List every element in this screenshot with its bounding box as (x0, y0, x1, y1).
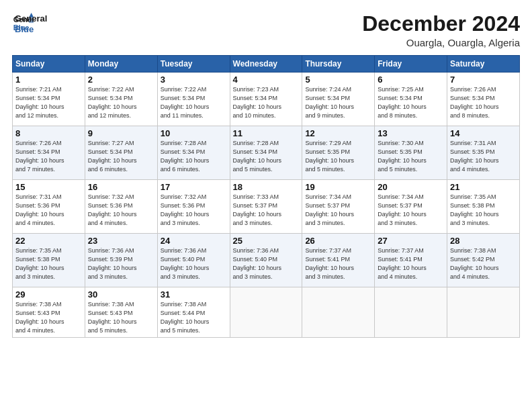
table-row: 21Sunrise: 7:35 AMSunset: 5:38 PMDayligh… (447, 180, 520, 234)
day-info: Sunrise: 7:28 AMSunset: 5:34 PMDaylight:… (233, 140, 282, 173)
header-friday: Friday (375, 56, 447, 73)
day-number: 25 (233, 236, 300, 246)
day-info: Sunrise: 7:36 AMSunset: 5:39 PMDaylight:… (88, 247, 137, 280)
day-number: 5 (305, 75, 371, 85)
day-number: 28 (450, 236, 517, 246)
day-number: 17 (161, 182, 227, 192)
day-number: 16 (88, 182, 154, 192)
day-number: 10 (161, 128, 227, 138)
logo: General Blue General Blue (12, 12, 47, 34)
logo-line1: General (15, 13, 47, 24)
day-info: Sunrise: 7:25 AMSunset: 5:34 PMDaylight:… (378, 86, 427, 119)
day-number: 18 (233, 182, 300, 192)
day-number: 30 (88, 289, 154, 300)
day-number: 2 (88, 75, 154, 85)
table-row: 16Sunrise: 7:32 AMSunset: 5:36 PMDayligh… (85, 180, 157, 234)
day-info: Sunrise: 7:30 AMSunset: 5:35 PMDaylight:… (378, 140, 427, 173)
table-row: 25Sunrise: 7:36 AMSunset: 5:40 PMDayligh… (230, 234, 302, 287)
table-row (302, 287, 375, 338)
day-info: Sunrise: 7:38 AMSunset: 5:42 PMDaylight:… (450, 247, 499, 280)
day-info: Sunrise: 7:35 AMSunset: 5:38 PMDaylight:… (450, 193, 499, 226)
table-row: 23Sunrise: 7:36 AMSunset: 5:39 PMDayligh… (85, 234, 157, 287)
day-info: Sunrise: 7:31 AMSunset: 5:35 PMDaylight:… (450, 140, 499, 173)
table-row: 7Sunrise: 7:26 AMSunset: 5:34 PMDaylight… (447, 73, 520, 126)
header-wednesday: Wednesday (230, 56, 302, 73)
day-number: 15 (15, 182, 82, 192)
table-row: 1Sunrise: 7:21 AMSunset: 5:34 PMDaylight… (13, 73, 85, 126)
table-row: 17Sunrise: 7:32 AMSunset: 5:36 PMDayligh… (157, 180, 230, 234)
header-thursday: Thursday (302, 56, 375, 73)
header: General Blue General Blue December 2024 … (12, 12, 520, 48)
table-row (375, 287, 447, 338)
table-row (447, 287, 520, 338)
day-number: 21 (450, 182, 517, 192)
table-row: 15Sunrise: 7:31 AMSunset: 5:36 PMDayligh… (13, 180, 85, 234)
table-row: 30Sunrise: 7:38 AMSunset: 5:43 PMDayligh… (85, 287, 157, 338)
day-info: Sunrise: 7:23 AMSunset: 5:34 PMDaylight:… (233, 86, 282, 119)
table-row: 13Sunrise: 7:30 AMSunset: 5:35 PMDayligh… (375, 126, 447, 180)
day-info: Sunrise: 7:36 AMSunset: 5:40 PMDaylight:… (161, 247, 210, 280)
day-number: 11 (233, 128, 300, 138)
day-info: Sunrise: 7:34 AMSunset: 5:37 PMDaylight:… (305, 193, 354, 226)
day-number: 29 (15, 289, 82, 300)
day-info: Sunrise: 7:35 AMSunset: 5:38 PMDaylight:… (15, 247, 64, 280)
day-info: Sunrise: 7:27 AMSunset: 5:34 PMDaylight:… (88, 140, 137, 173)
day-info: Sunrise: 7:38 AMSunset: 5:43 PMDaylight:… (88, 301, 137, 334)
logo-line2: Blue (15, 24, 47, 35)
location-title: Ouargla, Ouargla, Algeria (362, 37, 520, 48)
day-number: 6 (378, 75, 444, 85)
day-number: 3 (161, 75, 227, 85)
day-number: 27 (378, 236, 444, 246)
day-number: 20 (378, 182, 444, 192)
header-monday: Monday (85, 56, 157, 73)
table-row: 8Sunrise: 7:26 AMSunset: 5:34 PMDaylight… (13, 126, 85, 180)
table-row: 26Sunrise: 7:37 AMSunset: 5:41 PMDayligh… (302, 234, 375, 287)
table-row: 19Sunrise: 7:34 AMSunset: 5:37 PMDayligh… (302, 180, 375, 234)
day-number: 19 (305, 182, 371, 192)
day-info: Sunrise: 7:37 AMSunset: 5:41 PMDaylight:… (378, 247, 427, 280)
day-info: Sunrise: 7:22 AMSunset: 5:34 PMDaylight:… (161, 86, 210, 119)
day-info: Sunrise: 7:37 AMSunset: 5:41 PMDaylight:… (305, 247, 354, 280)
day-number: 22 (15, 236, 82, 246)
day-number: 24 (161, 236, 227, 246)
day-number: 7 (450, 75, 517, 85)
day-info: Sunrise: 7:22 AMSunset: 5:34 PMDaylight:… (88, 86, 137, 119)
table-row: 18Sunrise: 7:33 AMSunset: 5:37 PMDayligh… (230, 180, 302, 234)
calendar-table: Sunday Monday Tuesday Wednesday Thursday… (12, 55, 520, 338)
table-row: 22Sunrise: 7:35 AMSunset: 5:38 PMDayligh… (13, 234, 85, 287)
header-tuesday: Tuesday (157, 56, 230, 73)
day-info: Sunrise: 7:33 AMSunset: 5:37 PMDaylight:… (233, 193, 282, 226)
table-row: 11Sunrise: 7:28 AMSunset: 5:34 PMDayligh… (230, 126, 302, 180)
day-number: 1 (15, 75, 82, 85)
day-info: Sunrise: 7:28 AMSunset: 5:34 PMDaylight:… (161, 140, 210, 173)
day-info: Sunrise: 7:24 AMSunset: 5:34 PMDaylight:… (305, 86, 354, 119)
table-row: 31Sunrise: 7:38 AMSunset: 5:44 PMDayligh… (157, 287, 230, 338)
day-info: Sunrise: 7:32 AMSunset: 5:36 PMDaylight:… (88, 193, 137, 226)
table-row: 9Sunrise: 7:27 AMSunset: 5:34 PMDaylight… (85, 126, 157, 180)
day-number: 9 (88, 128, 154, 138)
header-saturday: Saturday (447, 56, 520, 73)
day-info: Sunrise: 7:38 AMSunset: 5:43 PMDaylight:… (15, 301, 64, 334)
table-row: 28Sunrise: 7:38 AMSunset: 5:42 PMDayligh… (447, 234, 520, 287)
table-row: 6Sunrise: 7:25 AMSunset: 5:34 PMDaylight… (375, 73, 447, 126)
day-info: Sunrise: 7:34 AMSunset: 5:37 PMDaylight:… (378, 193, 427, 226)
header-sunday: Sunday (13, 56, 85, 73)
day-info: Sunrise: 7:36 AMSunset: 5:40 PMDaylight:… (233, 247, 282, 280)
day-info: Sunrise: 7:26 AMSunset: 5:34 PMDaylight:… (15, 140, 64, 173)
month-title: December 2024 (362, 12, 520, 36)
day-info: Sunrise: 7:29 AMSunset: 5:35 PMDaylight:… (305, 140, 354, 173)
page: General Blue General Blue December 2024 … (0, 0, 532, 411)
day-info: Sunrise: 7:31 AMSunset: 5:36 PMDaylight:… (15, 193, 64, 226)
day-number: 12 (305, 128, 371, 138)
day-number: 13 (378, 128, 444, 138)
table-row: 24Sunrise: 7:36 AMSunset: 5:40 PMDayligh… (157, 234, 230, 287)
day-info: Sunrise: 7:21 AMSunset: 5:34 PMDaylight:… (15, 86, 64, 119)
day-number: 8 (15, 128, 82, 138)
table-row (230, 287, 302, 338)
table-row: 2Sunrise: 7:22 AMSunset: 5:34 PMDaylight… (85, 73, 157, 126)
table-row: 27Sunrise: 7:37 AMSunset: 5:41 PMDayligh… (375, 234, 447, 287)
day-number: 31 (161, 289, 227, 300)
table-row: 4Sunrise: 7:23 AMSunset: 5:34 PMDaylight… (230, 73, 302, 126)
day-info: Sunrise: 7:26 AMSunset: 5:34 PMDaylight:… (450, 86, 499, 119)
title-block: December 2024 Ouargla, Ouargla, Algeria (362, 12, 520, 48)
